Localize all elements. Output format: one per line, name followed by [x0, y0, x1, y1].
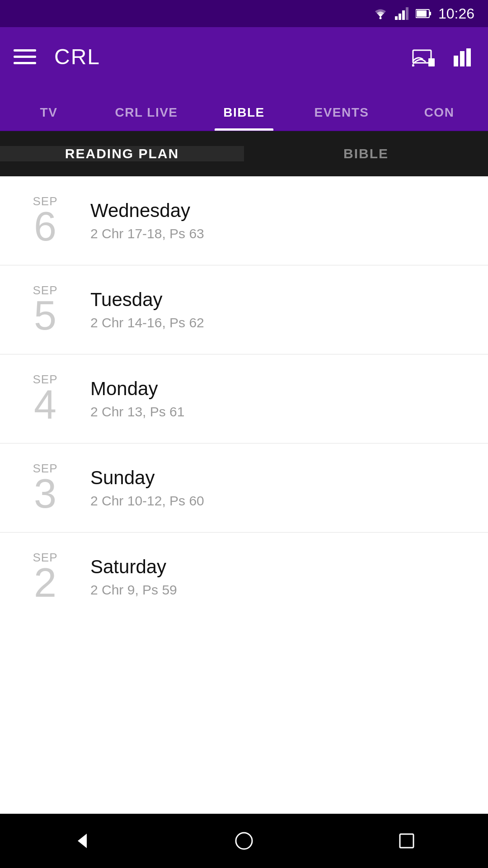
svg-rect-7 [417, 10, 427, 17]
status-icons: 10:26 [372, 5, 474, 22]
tab-events[interactable]: EVENTS [293, 96, 390, 131]
wifi-icon [372, 7, 389, 20]
day-number: 4 [18, 384, 72, 425]
app-bar: CRL [0, 27, 488, 86]
entry-content: Tuesday 2 Chr 14-16, Ps 62 [90, 289, 470, 330]
day-number: 6 [18, 206, 72, 247]
svg-rect-4 [406, 7, 408, 20]
nav-tabs: TV CRL LIVE BIBLE EVENTS CON [0, 86, 488, 131]
svg-point-15 [236, 833, 252, 849]
date-block: SEP 5 [18, 283, 72, 336]
date-block: SEP 6 [18, 194, 72, 247]
home-button[interactable] [221, 818, 267, 863]
list-item[interactable]: SEP 4 Monday 2 Chr 13, Ps 61 [0, 354, 488, 443]
svg-rect-6 [429, 12, 431, 15]
entry-day: Sunday [90, 467, 470, 489]
entry-reading: 2 Chr 9, Ps 59 [90, 582, 470, 598]
tab-tv[interactable]: TV [0, 96, 98, 131]
entry-content: Sunday 2 Chr 10-12, Ps 60 [90, 467, 470, 509]
list-item[interactable]: SEP 2 Saturday 2 Chr 9, Ps 59 [0, 533, 488, 621]
svg-rect-1 [395, 16, 398, 20]
entry-day: Saturday [90, 556, 470, 578]
date-block: SEP 4 [18, 373, 72, 425]
entry-day: Tuesday [90, 289, 470, 311]
app-bar-left: CRL [14, 44, 100, 69]
svg-rect-12 [460, 51, 465, 66]
app-title: CRL [54, 44, 100, 69]
day-number: 5 [18, 295, 72, 336]
subtab-bible[interactable]: BIBLE [244, 146, 488, 161]
entry-reading: 2 Chr 13, Ps 61 [90, 404, 470, 420]
entry-reading: 2 Chr 10-12, Ps 60 [90, 493, 470, 509]
app-bar-right [412, 47, 474, 66]
svg-rect-13 [466, 48, 471, 66]
entry-day: Monday [90, 378, 470, 400]
tab-bible[interactable]: BIBLE [195, 96, 293, 131]
reading-list: SEP 6 Wednesday 2 Chr 17-18, Ps 63 SEP 5… [0, 176, 488, 814]
subtab-reading-plan[interactable]: READING PLAN [0, 146, 244, 161]
cast-button[interactable] [412, 47, 436, 66]
tab-crl-live[interactable]: CRL LIVE [98, 96, 195, 131]
recents-button[interactable] [384, 818, 429, 863]
entry-reading: 2 Chr 17-18, Ps 63 [90, 226, 470, 241]
day-number: 2 [18, 562, 72, 603]
svg-point-0 [379, 17, 381, 19]
entry-reading: 2 Chr 14-16, Ps 62 [90, 315, 470, 330]
menu-button[interactable] [14, 49, 36, 64]
entry-content: Monday 2 Chr 13, Ps 61 [90, 378, 470, 420]
back-button[interactable] [59, 818, 104, 863]
svg-rect-2 [399, 14, 401, 20]
signal-icon [395, 7, 409, 20]
list-item[interactable]: SEP 6 Wednesday 2 Chr 17-18, Ps 63 [0, 176, 488, 265]
sub-tabs: READING PLAN BIBLE [0, 131, 488, 176]
svg-rect-3 [402, 10, 405, 20]
day-number: 3 [18, 473, 72, 514]
svg-rect-10 [428, 58, 435, 66]
entry-content: Saturday 2 Chr 9, Ps 59 [90, 556, 470, 598]
svg-rect-11 [454, 56, 458, 66]
stats-button[interactable] [452, 47, 474, 66]
list-item[interactable]: SEP 5 Tuesday 2 Chr 14-16, Ps 62 [0, 265, 488, 354]
date-block: SEP 3 [18, 462, 72, 514]
entry-content: Wednesday 2 Chr 17-18, Ps 63 [90, 200, 470, 241]
date-block: SEP 2 [18, 551, 72, 603]
status-time: 10:26 [438, 5, 474, 22]
bottom-nav [0, 814, 488, 868]
battery-icon [416, 9, 432, 19]
tab-con[interactable]: CON [390, 96, 488, 131]
list-item[interactable]: SEP 3 Sunday 2 Chr 10-12, Ps 60 [0, 443, 488, 533]
svg-point-9 [412, 64, 414, 66]
entry-day: Wednesday [90, 200, 470, 222]
svg-rect-16 [400, 834, 413, 848]
svg-marker-14 [78, 834, 87, 848]
status-bar: 10:26 [0, 0, 488, 27]
